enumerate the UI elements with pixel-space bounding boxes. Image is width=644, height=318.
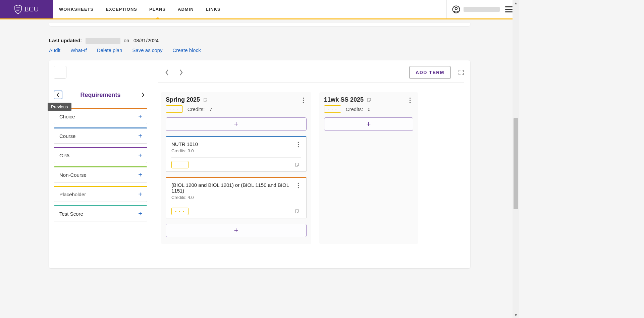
action-delete-plan[interactable]: Delete plan (97, 47, 122, 53)
collapsed-card (49, 23, 470, 26)
action-what-if[interactable]: What-If (70, 47, 87, 53)
course-title: NUTR 1010 (171, 141, 301, 147)
add-requirement-icon[interactable]: + (138, 171, 142, 178)
terms-row: Spring 2025- - -Credits:7+NUTR 1010Credi… (158, 92, 464, 244)
course-status-pill[interactable]: - - - (171, 208, 189, 215)
nav-worksheets[interactable]: WORKSHEETS (53, 0, 100, 18)
scroll-thumb[interactable] (514, 118, 518, 209)
svg-point-11 (409, 98, 410, 99)
add-course-slot[interactable]: + (166, 117, 307, 131)
requirement-type-item[interactable]: Course+ (54, 127, 147, 144)
expand-icon[interactable] (458, 69, 464, 75)
course-title: (BIOL 1200 and BIOL 1201) or (BIOL 1150 … (171, 182, 301, 194)
nav-items: WORKSHEETS EXCEPTIONS PLANS ADMIN LINKS (53, 0, 227, 18)
course-menu-button[interactable] (295, 181, 302, 190)
scroll-track[interactable] (513, 6, 519, 312)
page-scrollbar[interactable]: ▲ ▼ (513, 0, 519, 318)
term-credits-label: Credits: (187, 106, 205, 112)
add-course-slot[interactable]: + (166, 224, 307, 237)
nav-admin[interactable]: ADMIN (172, 0, 200, 18)
requirement-type-label: Choice (59, 114, 75, 119)
course-status-pill[interactable]: - - - (171, 161, 189, 168)
svg-point-12 (409, 100, 410, 101)
course-card[interactable]: NUTR 1010Credits: 3.0- - - (166, 136, 307, 172)
last-updated-date: 08/31/2024 (133, 38, 159, 43)
updater-placeholder (86, 38, 120, 44)
term-menu-button[interactable] (300, 96, 307, 104)
term-column: Spring 2025- - -Credits:7+NUTR 1010Credi… (161, 92, 311, 244)
add-course-slot[interactable]: + (324, 117, 413, 131)
term-menu-button[interactable] (407, 96, 413, 104)
last-updated-label: Last updated: (49, 38, 82, 43)
add-requirement-icon[interactable]: + (138, 191, 142, 198)
brand-name: ECU (24, 5, 39, 13)
term-column: 11wk SS 2025- - -Credits:0+ (319, 92, 418, 244)
requirement-type-item[interactable]: Test Score+ (54, 205, 147, 221)
requirement-type-label: Placeholder (59, 192, 86, 197)
requirement-type-item[interactable]: Placeholder+ (54, 186, 147, 202)
term-status-pill[interactable]: - - - (324, 105, 341, 113)
terms-next-button[interactable] (176, 66, 186, 78)
top-nav: ECU WORKSHEETS EXCEPTIONS PLANS ADMIN LI… (0, 0, 519, 19)
shield-icon (14, 5, 22, 14)
term-credits-value: 0 (368, 106, 370, 112)
course-credits: Credits: 3.0 (171, 148, 301, 153)
course-credits: Credits: 4.0 (171, 195, 301, 200)
svg-point-3 (303, 100, 304, 101)
action-create-block[interactable]: Create block (173, 47, 201, 53)
last-updated: Last updated: on 08/31/2024 (49, 38, 470, 44)
term-title: 11wk SS 2025 (324, 96, 364, 103)
planner-panel: Requirements Previous Choice+Course+GPA+… (49, 60, 470, 268)
add-requirement-icon[interactable]: + (138, 210, 142, 217)
requirement-type-label: Non-Course (59, 172, 87, 178)
user-name-placeholder (464, 7, 500, 12)
svg-point-2 (303, 98, 304, 99)
term-status-pill[interactable]: - - - (166, 105, 183, 113)
svg-point-5 (298, 142, 299, 143)
add-requirement-icon[interactable]: + (138, 113, 142, 120)
user-menu[interactable] (446, 0, 500, 18)
user-icon (452, 5, 460, 13)
action-audit[interactable]: Audit (49, 47, 60, 53)
requirement-types: Choice+Course+GPA+Non-Course+Placeholder… (54, 108, 147, 221)
svg-point-9 (298, 185, 299, 186)
sidebar-toggle[interactable] (54, 66, 66, 78)
add-term-button[interactable]: ADD TERM (409, 66, 451, 79)
requirement-type-item[interactable]: GPA+ (54, 147, 147, 163)
scroll-down-arrow[interactable]: ▼ (513, 312, 519, 318)
requirements-next-button[interactable] (139, 91, 147, 99)
terms-area: ADD TERM Spring 2025- - -Credits:7+NUTR … (152, 60, 470, 268)
term-credits-label: Credits: (346, 106, 363, 112)
svg-point-13 (409, 102, 410, 103)
note-icon[interactable] (203, 98, 208, 102)
terms-prev-button[interactable] (162, 66, 172, 78)
note-icon[interactable] (367, 98, 372, 102)
course-menu-button[interactable] (295, 141, 302, 149)
svg-point-8 (298, 183, 299, 184)
svg-point-10 (298, 187, 299, 188)
action-save-as-copy[interactable]: Save as copy (132, 47, 162, 53)
add-requirement-icon[interactable]: + (138, 132, 142, 139)
note-icon[interactable] (295, 162, 300, 167)
note-icon[interactable] (295, 209, 300, 214)
add-requirement-icon[interactable]: + (138, 152, 142, 159)
prev-tooltip: Previous (48, 103, 71, 111)
svg-point-4 (303, 102, 304, 103)
nav-exceptions[interactable]: EXCEPTIONS (100, 0, 143, 18)
requirement-type-item[interactable]: Non-Course+ (54, 166, 147, 182)
hamburger-icon[interactable] (505, 6, 513, 12)
requirement-type-label: Course (59, 133, 75, 139)
brand-logo[interactable]: ECU (0, 0, 53, 18)
requirements-title: Requirements (62, 92, 139, 99)
term-title: Spring 2025 (166, 96, 200, 103)
nav-links[interactable]: LINKS (200, 0, 227, 18)
svg-point-1 (455, 7, 458, 10)
scroll-up-arrow[interactable]: ▲ (513, 0, 519, 6)
last-updated-on: on (124, 38, 129, 43)
requirement-type-label: GPA (59, 153, 70, 158)
requirements-prev-button[interactable] (54, 91, 62, 99)
nav-plans[interactable]: PLANS (143, 0, 172, 18)
course-card[interactable]: (BIOL 1200 and BIOL 1201) or (BIOL 1150 … (166, 177, 307, 218)
svg-point-7 (298, 146, 299, 147)
plan-actions: Audit What-If Delete plan Save as copy C… (49, 47, 470, 53)
